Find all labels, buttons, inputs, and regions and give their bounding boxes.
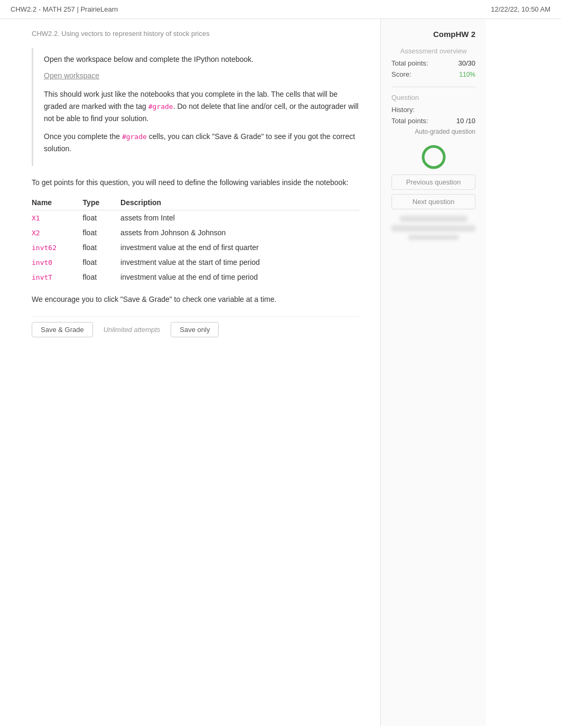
var-type: float	[83, 210, 121, 225]
question-card: Open the workspace below and complete th…	[32, 48, 359, 166]
var-description: assets from Intel	[120, 210, 359, 225]
var-description: assets from Johnson & Johnson	[120, 225, 359, 240]
auto-graded-row: Auto-graded question	[391, 128, 475, 135]
attempts-text: Unlimited attempts	[104, 326, 161, 334]
save-grade-button[interactable]: Save & Grade	[32, 322, 93, 337]
variables-table: Name Type Description X1 float assets fr…	[32, 195, 359, 284]
score-row: Score: 110%	[391, 70, 475, 78]
score-value: 110%	[459, 71, 475, 78]
var-description: investment value at the end of first qua…	[120, 240, 359, 255]
instruction-text: Open the workspace below and complete th…	[44, 53, 359, 65]
q-total-points-row: Total points: 10 /10	[391, 117, 475, 125]
total-points-label: Total points:	[391, 59, 428, 67]
col-header-type: Type	[83, 195, 121, 210]
history-label: History:	[391, 106, 415, 114]
table-row: invt0 float investment value at the star…	[32, 255, 359, 270]
page-title: CHW2.2 - MATH 257 | PrairieLearn	[11, 5, 118, 13]
var-description: investment value at the start of time pe…	[120, 255, 359, 270]
action-bar: Save & Grade Unlimited attempts Save onl…	[32, 316, 359, 337]
top-bar: CHW2.2 - MATH 257 | PrairieLearn 12/22/2…	[0, 0, 561, 19]
auto-graded-label: Auto-graded question	[415, 128, 475, 135]
breadcrumb: CHW2.2. Using vectors to represent histo…	[32, 30, 359, 38]
encourage-text: We encourage you to click "Save & Grade"…	[32, 295, 359, 303]
assessment-overview-label: Assessment overview	[391, 47, 475, 55]
var-type: float	[83, 255, 121, 270]
save-only-button[interactable]: Save only	[171, 322, 219, 337]
history-row: History:	[391, 106, 475, 114]
blurred-bar-3	[408, 235, 459, 240]
col-header-description: Description	[120, 195, 359, 210]
variables-intro: To get points for this question, you wil…	[32, 177, 359, 188]
datetime: 12/22/22, 10:50 AM	[491, 5, 550, 13]
table-header-row: Name Type Description	[32, 195, 359, 210]
var-name: X1	[32, 214, 40, 222]
assessment-overview-section: Assessment overview Total points: 30/30 …	[391, 47, 475, 78]
var-name: X2	[32, 229, 40, 237]
blurred-bar-1	[400, 216, 467, 222]
q-total-points-value: 10 /10	[456, 117, 475, 125]
var-description: investment value at the end of time peri…	[120, 270, 359, 284]
page-layout: CHW2.2. Using vectors to represent histo…	[0, 19, 561, 726]
var-type: float	[83, 225, 121, 240]
sidebar-divider-1	[391, 87, 475, 87]
note2-text: Once you complete the #grade cells, you …	[44, 131, 359, 154]
question-label: Question	[391, 94, 475, 102]
progress-circle-area	[391, 144, 475, 170]
grade-tag-2: #grade	[122, 133, 147, 141]
open-workspace-link[interactable]: Open workspace	[44, 71, 359, 80]
note1-text: This should work just like the notebooks…	[44, 88, 359, 124]
table-row: invtT float investment value at the end …	[32, 270, 359, 284]
var-name: invt0	[32, 259, 52, 266]
var-name: invtT	[32, 273, 52, 281]
svg-point-1	[423, 146, 444, 168]
col-header-name: Name	[32, 195, 83, 210]
grade-tag-1: #grade	[148, 103, 173, 110]
var-name: invt62	[32, 244, 57, 252]
table-row: invt62 float investment value at the end…	[32, 240, 359, 255]
q-total-points-label: Total points:	[391, 117, 428, 125]
prev-question-button[interactable]: Previous question	[391, 174, 475, 190]
var-type: float	[83, 240, 121, 255]
table-row: X2 float assets from Johnson & Johnson	[32, 225, 359, 240]
next-question-button[interactable]: Next question	[391, 194, 475, 209]
table-row: X1 float assets from Intel	[32, 210, 359, 225]
question-section: Question History: Total points: 10 /10 A…	[391, 94, 475, 135]
sidebar: CompHW 2 Assessment overview Total point…	[380, 19, 486, 726]
blurred-bar-2	[391, 225, 475, 232]
total-points-row: Total points: 30/30	[391, 59, 475, 67]
total-points-value: 30/30	[458, 59, 475, 67]
var-type: float	[83, 270, 121, 284]
score-label: Score:	[391, 70, 412, 78]
hw-title: CompHW 2	[391, 30, 475, 39]
table-body: X1 float assets from Intel X2 float asse…	[32, 210, 359, 284]
main-content: CHW2.2. Using vectors to represent histo…	[0, 19, 380, 726]
progress-circle	[420, 144, 447, 170]
